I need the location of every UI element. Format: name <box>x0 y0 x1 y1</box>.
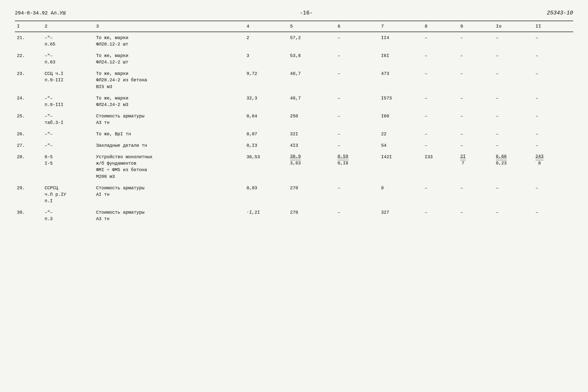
table-cell: – <box>534 92 573 110</box>
table-cell: –"–п.65 <box>42 32 94 50</box>
table-cell: – <box>458 128 494 140</box>
table-cell: 36,53 <box>244 151 288 182</box>
table-cell: 0,07 <box>244 128 288 140</box>
table-cell: – <box>336 128 379 140</box>
table-cell: 32,3 <box>244 92 288 110</box>
table-cell: 250 <box>288 110 336 128</box>
table-cell: –"–п.3 <box>42 207 94 224</box>
table-cell: 24. <box>15 92 42 110</box>
table-cell: Закладные детали тн <box>94 140 244 151</box>
table-cell: – <box>458 182 494 207</box>
table-cell: 54 <box>379 140 423 151</box>
table-cell: I33 <box>423 151 458 182</box>
table-cell: 22. <box>15 50 42 68</box>
table-cell: – <box>458 32 494 50</box>
table-cell: 0,I3 <box>244 140 288 151</box>
table-cell: – <box>534 50 573 68</box>
table-cell: То же, ВрI тн <box>94 128 244 140</box>
table-cell: ССЦ ч.Iп.9-III <box>42 68 94 92</box>
table-cell: Стоимость арматурыА3 тн <box>94 207 244 224</box>
table-cell: – <box>494 68 534 92</box>
table-cell: – <box>534 140 573 151</box>
table-cell: – <box>458 68 494 92</box>
table-cell: – <box>494 32 534 50</box>
table-cell: – <box>423 140 458 151</box>
table-cell: – <box>534 68 573 92</box>
table-cell: 0,64 <box>244 110 288 128</box>
header-center: -16- <box>300 10 313 16</box>
table-row: 25.–"–таб.3-IСтоимость арматурыА3 тн0,64… <box>15 110 573 128</box>
col-header-11: II <box>534 21 573 32</box>
table-cell: 29. <box>15 182 42 207</box>
col-header-5: 5 <box>288 21 336 32</box>
col-header-2: 2 <box>42 21 94 32</box>
col-header-7: 7 <box>379 21 423 32</box>
table-cell: 4I3 <box>288 140 336 151</box>
table-cell: –"–п.9-III <box>42 92 94 110</box>
page-header: 294-8-34.92 Ал.УШ -16- 25343-10 <box>15 10 573 16</box>
table-cell: 9,72 <box>244 68 288 92</box>
table-cell: – <box>458 50 494 68</box>
table-cell: 3 <box>244 50 288 68</box>
table-cell: – <box>534 207 573 224</box>
table-cell: То же, маркиФЛ20.24-2 из бетонаBI5 м3 <box>94 68 244 92</box>
col-header-6: 6 <box>336 21 379 32</box>
table-cell: 57,2 <box>288 32 336 50</box>
table-cell: – <box>423 32 458 50</box>
table-cell: 2I7 <box>458 151 494 182</box>
table-cell: 22 <box>379 128 423 140</box>
table-row: 22.–"–п.63То же, маркиФЛ24.12-2 шт353,8–… <box>15 50 573 68</box>
table-cell: 32I <box>288 128 336 140</box>
header-right: 25343-10 <box>547 10 573 16</box>
table-row: 27.–"–Закладные детали тн0,I34I3–54–––– <box>15 140 573 151</box>
table-cell: Устройство монолитныхж/б фундаментовФМI … <box>94 151 244 182</box>
table-cell: Стоимость арматурыАI тн <box>94 182 244 207</box>
table-cell: – <box>494 50 534 68</box>
table-cell: 48,7 <box>288 92 336 110</box>
table-cell: 6-5I-5 <box>42 151 94 182</box>
header-left: 294-8-34.92 Ал.УШ <box>15 10 66 16</box>
main-table: I 2 3 4 5 6 7 8 9 Io II 21.–"–п.65То же,… <box>15 21 573 224</box>
table-cell: 53,8 <box>288 50 336 68</box>
table-cell: 27. <box>15 140 42 151</box>
table-cell: – <box>336 92 379 110</box>
table-cell: 2 <box>244 32 288 50</box>
table-cell: II4 <box>379 32 423 50</box>
table-cell: 26. <box>15 128 42 140</box>
table-cell: – <box>494 128 534 140</box>
table-row: 21.–"–п.65То же, маркиФЛ20.12-2 шт257,2–… <box>15 32 573 50</box>
table-cell: – <box>423 50 458 68</box>
table-cell: 48,7 <box>288 68 336 92</box>
table-cell: – <box>423 68 458 92</box>
table-cell: – <box>534 110 573 128</box>
table-cell: 38,93,63 <box>288 151 336 182</box>
table-cell: 6,660,23 <box>494 151 534 182</box>
table-cell: 21. <box>15 32 42 50</box>
table-cell: – <box>336 50 379 68</box>
table-cell: – <box>336 68 379 92</box>
table-cell: 473 <box>379 68 423 92</box>
table-cell: 270 <box>288 182 336 207</box>
table-row: 23.ССЦ ч.Iп.9-IIIТо же, маркиФЛ20.24-2 и… <box>15 68 573 92</box>
table-cell: – <box>494 92 534 110</box>
table-cell: 8 <box>379 182 423 207</box>
table-cell: – <box>458 207 494 224</box>
table-row: 29.ССРСЦч.П р.IУп.IСтоимость арматурыАI … <box>15 182 573 207</box>
table-cell: – <box>423 128 458 140</box>
table-cell: 270 <box>288 207 336 224</box>
column-headers: I 2 3 4 5 6 7 8 9 Io II <box>15 21 573 32</box>
table-cell: 23. <box>15 68 42 92</box>
table-cell: – <box>336 207 379 224</box>
table-cell: Стоимость арматурыА3 тн <box>94 110 244 128</box>
col-header-8: 8 <box>423 21 458 32</box>
table-row: 24.–"–п.9-IIIТо же, маркиФЛ24.24-2 м332,… <box>15 92 573 110</box>
table-cell: – <box>336 140 379 151</box>
table-row: 26.–"–То же, ВрI тн0,0732I–22–––– <box>15 128 573 140</box>
table-cell: – <box>423 110 458 128</box>
table-cell: – <box>458 92 494 110</box>
table-cell: То же, маркиФЛ24.24-2 м3 <box>94 92 244 110</box>
table-cell: – <box>423 92 458 110</box>
col-header-1: I <box>15 21 42 32</box>
table-row: 28.6-5I-5Устройство монолитныхж/б фундам… <box>15 151 573 182</box>
table-cell: ССРСЦч.П р.IУп.I <box>42 182 94 207</box>
